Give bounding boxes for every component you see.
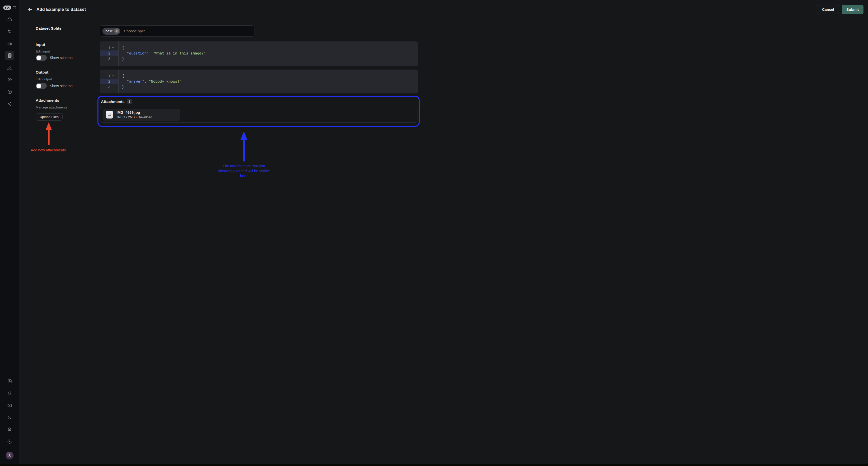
split-placeholder: Choose split... xyxy=(124,29,148,33)
trace-tree-icon xyxy=(7,29,12,34)
attachment-meta: JPEG • 2MB • Download xyxy=(117,115,152,119)
attachment-item[interactable]: IMG_4669.jpg JPEG • 2MB • Download xyxy=(103,109,180,121)
output-section-title: Output xyxy=(36,70,49,74)
line-number: 2 xyxy=(100,79,110,84)
json-key: "question" xyxy=(127,51,149,55)
topbar: Add Example to dataset Cancel Submit xyxy=(19,0,434,19)
red-annotation-note: Add new attachments xyxy=(28,148,68,152)
split-select-input[interactable]: base × Choose split... xyxy=(100,25,254,37)
image-file-icon xyxy=(106,111,113,119)
toggle-knob xyxy=(36,56,41,60)
upload-files-button[interactable]: Upload Files xyxy=(36,113,63,121)
dataset-splits-label: Dataset Splits xyxy=(36,26,62,31)
sidebar-item-chat-add[interactable] xyxy=(5,75,14,84)
page-title: Add Example to dataset xyxy=(36,7,86,12)
line-number: 1 xyxy=(100,45,110,51)
line-number: 1 xyxy=(100,73,110,79)
sidebar-nav xyxy=(5,14,14,108)
remove-split-icon[interactable]: × xyxy=(114,28,119,34)
output-code-editor[interactable]: 1 2 3 { "answer": "Nobody knows!" } xyxy=(100,69,418,93)
main-area: Add Example to dataset Cancel Submit Dat… xyxy=(19,0,434,233)
back-button[interactable] xyxy=(27,6,33,13)
app-window: ⚙ Add Example to xyxy=(0,0,434,233)
sidebar-item-annotation-queues[interactable] xyxy=(5,63,14,72)
pen-icon xyxy=(7,65,12,70)
attachments-list: IMG_4669.jpg JPEG • 2MB • Download xyxy=(101,107,417,123)
red-annotation-arrow xyxy=(45,122,52,145)
sidebar-item-deployments[interactable] xyxy=(5,99,14,108)
home-icon xyxy=(7,17,12,22)
output-editor-gutter: 1 2 3 xyxy=(100,69,119,93)
input-show-schema-toggle[interactable] xyxy=(36,55,47,61)
json-value: "Nobody knows!" xyxy=(149,79,182,83)
share-nodes-icon xyxy=(7,101,12,106)
sidebar-item-monitoring[interactable] xyxy=(5,39,14,48)
output-section-subtitle: Edit output xyxy=(36,77,52,81)
input-section-subtitle: Edit input xyxy=(36,50,50,53)
sidebar-item-traces[interactable] xyxy=(5,27,14,36)
arrow-left-icon xyxy=(27,7,33,12)
attachments-section-title: Attachments xyxy=(36,98,59,103)
chat-plus-icon xyxy=(7,77,12,82)
split-chip-label: base xyxy=(105,29,113,33)
json-value: "What is in this image?" xyxy=(153,51,206,55)
input-editor-gutter: 1 2 3 xyxy=(100,41,119,66)
fold-chevron-icon[interactable] xyxy=(112,47,114,49)
blue-annotation-arrow xyxy=(240,131,248,161)
sidebar-item-datasets[interactable] xyxy=(5,51,14,60)
input-section-title: Input xyxy=(36,42,45,47)
sidebar-item-playground[interactable] xyxy=(5,87,14,96)
input-code-editor[interactable]: 1 2 3 { "question": "What is in this ima… xyxy=(100,41,418,66)
attachment-filename: IMG_4669.jpg xyxy=(117,111,152,115)
input-show-schema-label: Show schema xyxy=(50,56,72,60)
sidebar-item-home[interactable] xyxy=(5,14,14,24)
output-show-schema-toggle[interactable] xyxy=(36,83,47,89)
bar-chart-icon xyxy=(7,41,12,46)
langsmith-logo-icon[interactable] xyxy=(3,5,11,10)
line-number: 3 xyxy=(100,84,110,90)
output-show-schema-label: Show schema xyxy=(50,84,72,88)
output-code: { "answer": "Nobody knows!" } xyxy=(119,69,182,93)
toggle-knob xyxy=(36,84,41,88)
download-link[interactable]: Download xyxy=(137,115,152,119)
attachments-panel: Attachments 1 IMG_4669.jpg JPE xyxy=(97,96,420,127)
input-code: { "question": "What is in this image?" } xyxy=(119,41,206,66)
json-key: "answer" xyxy=(127,79,145,83)
attachments-count-badge: 1 xyxy=(127,99,132,104)
blue-annotation-note: The attachments that you already uploade… xyxy=(211,163,277,178)
fold-chevron-icon[interactable] xyxy=(112,75,114,77)
database-icon xyxy=(7,53,12,58)
sidebar-toggle-icon[interactable] xyxy=(12,6,16,9)
line-number: 2 xyxy=(100,51,110,56)
attachments-section-subtitle: Manage attachments xyxy=(36,105,67,109)
split-chip: base × xyxy=(102,28,120,35)
attachments-panel-title: Attachments xyxy=(101,99,125,104)
line-number: 3 xyxy=(100,56,110,62)
form-content: Dataset Splits base × Choose split... In… xyxy=(19,19,434,233)
sidebar: ⚙ xyxy=(0,0,19,233)
play-circle-icon xyxy=(7,89,12,94)
